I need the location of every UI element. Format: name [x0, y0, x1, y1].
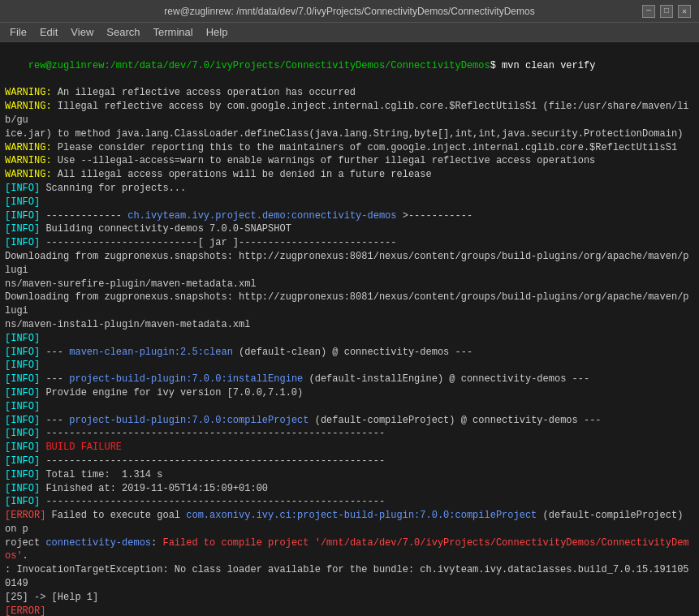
terminal-line: [INFO] Building connectivity-demos 7.0.0… — [5, 222, 694, 236]
menu-terminal[interactable]: Terminal — [147, 24, 200, 40]
terminal-line: WARNING: All illegal access operations w… — [5, 168, 694, 182]
terminal-line: [ERROR] — [5, 605, 694, 616]
terminal-line: WARNING: An illegal reflective access op… — [5, 86, 694, 100]
menu-edit[interactable]: Edit — [33, 24, 64, 40]
close-button[interactable]: ✕ — [678, 5, 691, 18]
terminal-line: [INFO] ------------- ch.ivyteam.ivy.proj… — [5, 209, 694, 223]
terminal-body: rew@zuglinrew:/mnt/data/dev/7.0/ivyProje… — [0, 42, 699, 616]
terminal-line: [INFO] --- project-build-plugin:7.0.0:co… — [5, 414, 694, 428]
title-bar-text: rew@zuglinrew: /mnt/data/dev/7.0/ivyProj… — [57, 6, 642, 17]
menu-view[interactable]: View — [64, 24, 100, 40]
terminal-line: WARNING: Please consider reporting this … — [5, 141, 694, 155]
terminal-line: [INFO] — [5, 332, 694, 346]
terminal-line: WARNING: Use --illegal-access=warn to en… — [5, 154, 694, 168]
terminal-line: rew@zuglinrew:/mnt/data/dev/7.0/ivyProje… — [5, 45, 694, 86]
terminal-line: [INFO] Provide engine for ivy version [7… — [5, 386, 694, 400]
terminal-line: [ERROR] Failed to execute goal com.axoni… — [5, 509, 694, 536]
terminal-line: Downloading from zugpronexus.snapshots: … — [5, 291, 694, 318]
terminal-line: ns/maven-surefire-plugin/maven-metadata.… — [5, 278, 694, 291]
terminal-line: [INFO] — [5, 196, 694, 209]
terminal-line: roject connectivity-demos: Failed to com… — [5, 536, 694, 564]
terminal-line: ns/maven-install-plugin/maven-metadata.x… — [5, 318, 694, 332]
terminal-line: [INFO] --- maven-clean-plugin:2.5:clean … — [5, 346, 694, 360]
terminal-line: [INFO] BUILD FAILURE — [5, 441, 694, 454]
menu-file[interactable]: File — [3, 24, 33, 40]
terminal-line: [INFO] ---------------------------------… — [5, 427, 694, 441]
minimize-button[interactable]: ─ — [642, 5, 655, 18]
title-bar: rew@zuglinrew: /mnt/data/dev/7.0/ivyProj… — [0, 0, 699, 23]
terminal-line: Downloading from zugpronexus.snapshots: … — [5, 250, 694, 278]
terminal-line: [INFO] Finished at: 2019-11-05T14:15:09+… — [5, 482, 694, 496]
menu-help[interactable]: Help — [200, 24, 235, 40]
maximize-button[interactable]: □ — [660, 5, 673, 18]
terminal-line: [INFO] — [5, 359, 694, 373]
terminal-line: : InvocationTargetException: No class lo… — [5, 563, 694, 591]
terminal-line: [INFO] ---------------------------------… — [5, 495, 694, 509]
terminal-line: [INFO] ---------------------------------… — [5, 454, 694, 468]
terminal-line: [INFO] — [5, 400, 694, 414]
terminal-line: [25] -> [Help 1] — [5, 591, 694, 605]
terminal-line: [INFO] --------------------------[ jar ]… — [5, 236, 694, 250]
terminal-line: [INFO] --- project-build-plugin:7.0.0:in… — [5, 373, 694, 386]
terminal-line: [INFO] Scanning for projects... — [5, 182, 694, 196]
terminal-line: WARNING: Illegal reflective access by co… — [5, 100, 694, 127]
terminal-line: ice.jar) to method java.lang.ClassLoader… — [5, 127, 694, 141]
title-bar-controls[interactable]: ─ □ ✕ — [642, 5, 691, 18]
menu-bar: File Edit View Search Terminal Help — [0, 23, 699, 42]
menu-search[interactable]: Search — [100, 24, 146, 40]
terminal-line: [INFO] Total time: 1.314 s — [5, 468, 694, 482]
